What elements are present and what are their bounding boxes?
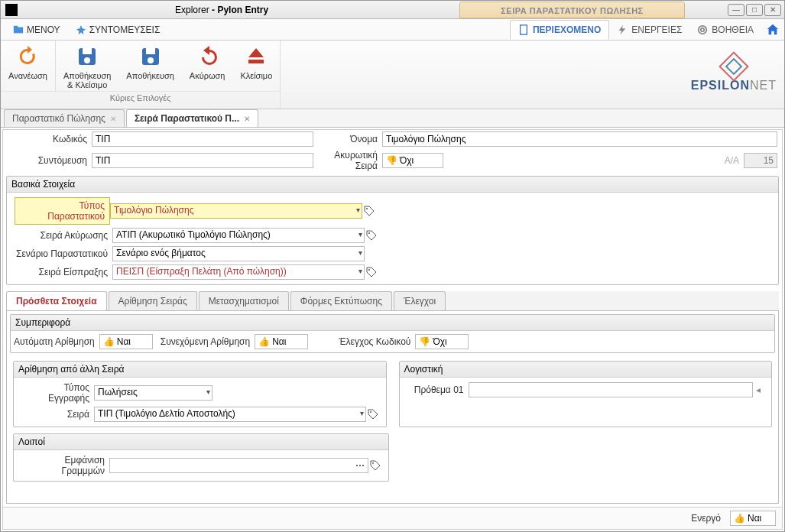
eject-icon <box>245 45 268 68</box>
autonum-value: Ναι <box>117 336 131 347</box>
scenario-value: Σενάριο ενός βήματος <box>116 248 206 258</box>
rectype-combo[interactable]: Πωλήσεις▾ <box>94 385 212 401</box>
svg-point-12 <box>366 208 368 209</box>
chevron-down-icon: ▾ <box>360 409 364 417</box>
cancelseries2-combo[interactable]: ΑΤΙΠ (Ακυρωτικό Τιμολόγιο Πώλησης)▾ <box>112 228 365 243</box>
brand-logo: EPSILONNET <box>691 56 777 92</box>
form-footer: Ενεργό 👍Ναι <box>3 507 782 529</box>
svg-rect-11 <box>248 60 264 63</box>
thumb-down-icon: 👎 <box>386 155 397 166</box>
maximize-button[interactable]: □ <box>746 4 763 16</box>
menu-main[interactable]: ΜΕΝΟΥ <box>7 21 66 38</box>
subtab-extra[interactable]: Πρόσθετα Στοιχεία <box>6 291 107 310</box>
doc-tab-sale[interactable]: Παραστατικό Πώλησης ✕ <box>4 109 125 127</box>
autonum-toggle[interactable]: 👍Ναι <box>99 334 153 349</box>
subtab-checks[interactable]: Έλεγχοι <box>394 291 446 310</box>
code-label: Κωδικός <box>8 134 92 144</box>
logo-main: EPSILON <box>691 79 750 92</box>
chevron-down-icon: ▾ <box>356 206 360 214</box>
chevron-down-icon: ▾ <box>358 248 362 257</box>
save-close-icon <box>76 45 99 68</box>
ribbon-tab-help[interactable]: ΒΟΗΘΕΙΑ <box>689 21 761 39</box>
contnum-label: Συνεχόμενη Αρίθμηση <box>161 336 255 347</box>
scenario-combo[interactable]: Σενάριο ενός βήματος▾ <box>112 246 365 261</box>
name-input[interactable] <box>382 131 777 147</box>
svg-rect-1 <box>14 25 18 28</box>
prefix-input[interactable] <box>469 382 754 397</box>
chevron-left-icon[interactable]: ◂ <box>753 384 764 395</box>
tag-icon[interactable] <box>366 267 377 277</box>
close-window-button[interactable]: ✕ <box>764 4 781 16</box>
active-toggle[interactable]: 👍Ναι <box>730 511 776 526</box>
ribbon-tab-actions[interactable]: ΕΝΕΡΓΕΙΕΣ <box>609 21 689 39</box>
active-label: Ενεργό <box>691 513 725 524</box>
close-button[interactable]: Κλείσιμο <box>232 41 280 91</box>
doctype-label: Τύπος Παραστατικού <box>15 197 110 225</box>
contnum-toggle[interactable]: 👍Ναι <box>255 334 308 349</box>
ribbon-group-label: Κύριες Επιλογές <box>1 91 280 105</box>
tag-icon[interactable] <box>370 460 381 471</box>
series-value: ΤΙΠ (Τιμολόγιο Δελτίο Αποστολής) <box>98 408 235 419</box>
accounting-title: Λογιστική <box>400 362 772 378</box>
close-tab-icon[interactable]: ✕ <box>110 115 116 123</box>
doc-tab-sale-label: Παραστατικό Πώλησης <box>12 113 105 124</box>
lines-picker[interactable]: ⋯ <box>109 458 368 473</box>
abbr-input[interactable] <box>92 153 313 168</box>
tag-icon[interactable] <box>368 409 378 420</box>
series-combo[interactable]: ΤΙΠ (Τιμολόγιο Δελτίο Αποστολής)▾ <box>94 407 366 422</box>
menu-shortcuts[interactable]: ΣΥΝΤΟΜΕΥΣΕΙΣ <box>70 21 167 38</box>
save-close-label: Αποθήκευση & Κλείσιμο <box>63 71 111 89</box>
codecheck-toggle[interactable]: 👎Όχι <box>415 334 469 349</box>
svg-point-13 <box>368 232 370 234</box>
cancelseries-toggle[interactable]: 👎 Όχι <box>382 153 443 168</box>
doc-tab-series[interactable]: Σειρά Παραστατικού Π... ✕ <box>126 109 258 127</box>
ribbon-tab-content-label: ΠΕΡΙΕΧΟΜΕΝΟ <box>533 24 601 35</box>
cancelseries2-label: Σειρά Ακύρωσης <box>15 230 112 241</box>
title-explorer: Explorer <box>175 5 209 15</box>
code-input[interactable] <box>92 131 313 147</box>
ribbon-group-main: Ανανέωση Αποθήκευση & Κλείσιμο Αποθήκευσ… <box>1 41 281 109</box>
rectype-value: Πωλήσεις <box>98 387 138 397</box>
refresh-label: Ανανέωση <box>8 71 47 80</box>
basic-title: Βασικά Στοιχεία <box>7 177 778 193</box>
doc-tab-series-label: Σειρά Παραστατικού Π... <box>135 113 239 124</box>
menu-bar: ΜΕΝΟΥ ΣΥΝΤΟΜΕΥΣΕΙΣ ΠΕΡΙΕΧΟΜΕΝΟ ΕΝΕΡΓΕΙΕΣ… <box>1 19 784 41</box>
collection-value: ΠΕΙΣΠ (Είσπραξη Πελάτη (Από πώληση)) <box>116 266 287 277</box>
thumb-up-icon: 👍 <box>258 336 270 347</box>
cancel-label: Ακύρωση <box>190 71 225 80</box>
home-icon[interactable] <box>766 23 780 37</box>
ribbon-tab-help-label: ΒΟΗΘΕΙΑ <box>712 24 754 35</box>
aa-input <box>744 153 777 168</box>
ellipsis-icon: ⋯ <box>355 460 365 471</box>
subtab-transform[interactable]: Μετασχηματισμοί <box>199 291 289 310</box>
refresh-icon <box>16 45 39 68</box>
name-label: Όνομα <box>313 134 382 144</box>
codecheck-value: Όχι <box>433 336 446 347</box>
doctype-combo[interactable]: Τιμολόγιο Πώλησης▾ <box>110 203 362 219</box>
save-close-button[interactable]: Αποθήκευση & Κλείσιμο <box>56 41 118 91</box>
tag-icon[interactable] <box>366 230 377 241</box>
document-icon <box>518 24 529 35</box>
other-section: Λοιποί Εμφάνιση Γραμμμών ⋯ <box>13 433 389 482</box>
refresh-button[interactable]: Ανανέωση <box>1 41 56 91</box>
codecheck-label: Έλεγχος Κωδικού <box>339 336 415 347</box>
autonum-label: Αυτόματη Αρίθμηση <box>14 336 99 347</box>
rectype-label: Τύπος Εγγραφής <box>21 382 94 404</box>
window-title: Explorer - Pylon Entry <box>175 5 268 15</box>
tag-icon[interactable] <box>364 206 375 216</box>
minimize-button[interactable]: — <box>728 4 744 16</box>
active-value: Ναι <box>748 513 761 524</box>
title-app: Pylon Entry <box>217 5 268 15</box>
cancel-button[interactable]: Ακύρωση <box>182 41 233 91</box>
save-label: Αποθήκευση <box>126 71 174 80</box>
otherseries-section: Αρίθμηση από άλλη Σειρά Τύπος Εγγραφής Π… <box>13 361 387 427</box>
close-tab-icon[interactable]: ✕ <box>244 115 250 123</box>
app-window: Explorer - Pylon Entry ΣΕΙΡΑ ΠΑΡΑΣΤΑΤΙΚΟ… <box>0 0 785 532</box>
subtab-numbering[interactable]: Αρίθμηση Σειράς <box>109 291 197 310</box>
chevron-down-icon: ▾ <box>358 267 362 275</box>
collection-combo[interactable]: ΠΕΙΣΠ (Είσπραξη Πελάτη (Από πώληση))▾ <box>112 264 365 280</box>
accounting-section: Λογιστική Πρόθεμα 01 ◂ <box>399 361 773 427</box>
subtab-printforms[interactable]: Φόρμες Εκτύπωσης <box>290 291 392 310</box>
ribbon-tab-content[interactable]: ΠΕΡΙΕΧΟΜΕΝΟ <box>510 20 609 40</box>
save-button[interactable]: Αποθήκευση <box>118 41 181 91</box>
